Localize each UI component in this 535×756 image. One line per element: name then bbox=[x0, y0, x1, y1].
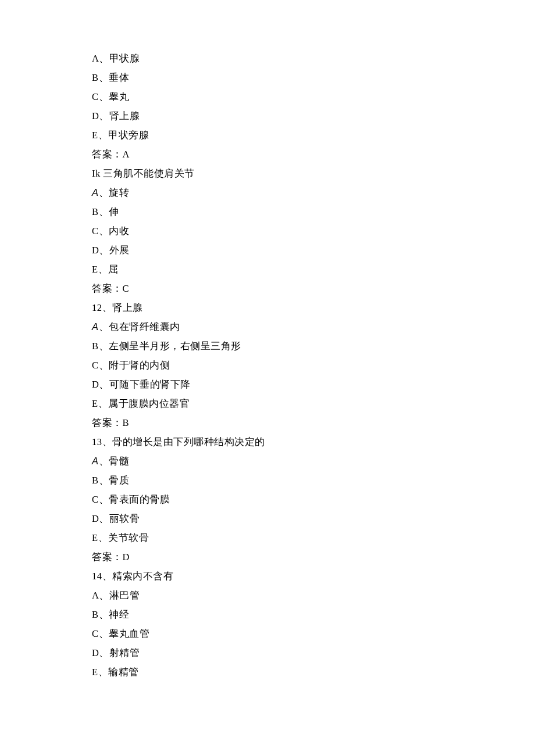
q10-option-b: B、垂体 bbox=[92, 68, 535, 87]
q14-stem: 14、精索内不含有 bbox=[92, 567, 535, 586]
q13-option-a: A、骨髓 bbox=[92, 452, 535, 471]
q10-option-a: A、甲状腺 bbox=[92, 49, 535, 68]
q12-option-a-rest: 、包在肾纤维囊内 bbox=[99, 321, 180, 332]
q12-answer: 答案：B bbox=[92, 413, 535, 432]
q14-option-a: A、淋巴管 bbox=[92, 586, 535, 605]
q12-option-a: A、包在肾纤维囊内 bbox=[92, 317, 535, 336]
q10-answer: 答案：A bbox=[92, 145, 535, 164]
q10-option-c: C、睾丸 bbox=[92, 87, 535, 106]
document-page: A、甲状腺 B、垂体 C、睾丸 D、肾上腺 E、甲状旁腺 答案：A Ik 三角肌… bbox=[0, 0, 535, 728]
q12-option-e: E、属于腹膜内位器官 bbox=[92, 394, 535, 413]
q12-stem: 12、肾上腺 bbox=[92, 298, 535, 317]
q13-option-a-rest: 、骨髓 bbox=[99, 456, 130, 467]
q11-option-e: E、屈 bbox=[92, 260, 535, 279]
q12-option-d: D、可随下垂的肾下降 bbox=[92, 375, 535, 394]
q13-answer: 答案：D bbox=[92, 547, 535, 567]
q14-option-b: B、神经 bbox=[92, 605, 535, 624]
q14-option-d: D、射精管 bbox=[92, 643, 535, 662]
q12-option-b: B、左侧呈半月形，右侧呈三角形 bbox=[92, 336, 535, 356]
q10-option-e: E、甲状旁腺 bbox=[92, 126, 535, 145]
q12-option-c: C、附于肾的内侧 bbox=[92, 356, 535, 375]
q13-option-b: B、骨质 bbox=[92, 471, 535, 490]
q11-option-a-rest: 、旋转 bbox=[99, 187, 130, 198]
q11-option-b: B、伸 bbox=[92, 202, 535, 221]
q13-option-d: D、丽软骨 bbox=[92, 509, 535, 528]
q14-option-c: C、睾丸血管 bbox=[92, 624, 535, 643]
q14-option-e: E、输精管 bbox=[92, 662, 535, 682]
q12-option-a-letter: A bbox=[92, 321, 99, 332]
q11-option-a-letter: A bbox=[92, 187, 99, 198]
q13-stem: 13、骨的增长是由下列哪种结构决定的 bbox=[92, 432, 535, 452]
q11-option-c: C、内收 bbox=[92, 221, 535, 241]
q11-option-a: A、旋转 bbox=[92, 183, 535, 202]
q10-option-d: D、肾上腺 bbox=[92, 106, 535, 126]
q11-option-d: D、外展 bbox=[92, 241, 535, 260]
q13-option-c: C、骨表面的骨膜 bbox=[92, 490, 535, 509]
q13-option-a-letter: A bbox=[92, 456, 99, 466]
q13-option-e: E、关节软骨 bbox=[92, 528, 535, 547]
q11-stem: Ik 三角肌不能使肩关节 bbox=[92, 164, 535, 183]
q11-answer: 答案：C bbox=[92, 279, 535, 298]
